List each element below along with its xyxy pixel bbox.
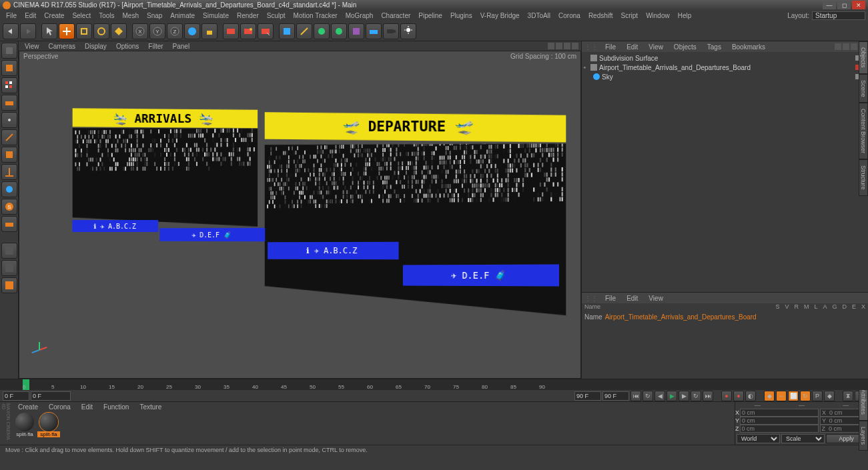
menu-3dtoall[interactable]: 3DToAll [524,12,554,19]
material-item[interactable]: split-fla [13,413,36,443]
interp-button[interactable]: ⧗ [843,391,853,401]
obj-menu-file[interactable]: File [602,43,619,51]
menu-help[interactable]: Help [675,12,695,19]
locked-workplane-button[interactable] [1,243,17,259]
light-button[interactable] [400,23,416,39]
minimize-button[interactable]: — [823,1,836,9]
key-rot-button[interactable]: ↻ [800,391,811,401]
generator2-button[interactable] [331,23,347,39]
menu-select[interactable]: Select [69,12,94,19]
tab-layers[interactable]: Layers [859,421,868,451]
tree-expand-icon[interactable]: + [583,65,588,71]
grip-icon[interactable]: ⋮⋮ [584,43,598,51]
workplane-button[interactable] [1,216,17,232]
record-button[interactable]: ● [721,391,732,401]
obj-menu-edit[interactable]: Edit [623,43,641,51]
vp-nav-icon[interactable] [548,43,554,49]
axis-y-toggle[interactable]: Y [149,23,165,39]
locked-tool[interactable] [201,23,218,39]
key-param-button[interactable]: P [812,391,823,401]
close-button[interactable]: ✕ [852,1,865,9]
menu-vray[interactable]: V-Ray Bridge [477,12,523,19]
generator-button[interactable] [314,23,330,39]
viewport-solo-button[interactable] [1,277,17,293]
play-forward-button[interactable]: ↻ [691,391,701,401]
goto-end-button[interactable]: ⏭ [703,391,713,401]
environment-button[interactable] [366,23,382,39]
menu-corona[interactable]: Corona [555,12,584,19]
tab-scene[interactable]: Scene [859,74,868,103]
redo-button[interactable] [20,23,36,39]
tab-structure[interactable]: Structure [859,159,868,196]
grip-icon[interactable]: ⋮⋮ [584,295,598,302]
polygon-mode-button[interactable] [1,147,17,163]
timeline-ruler[interactable]: 051015202530354045505560657075808590 [0,379,868,390]
obj-menu-tags[interactable]: Tags [704,43,725,51]
coord-system-toggle[interactable] [184,23,200,39]
tree-item-label[interactable]: Sky [602,73,853,81]
render-settings-button[interactable] [258,23,274,39]
tab-content-browser[interactable]: Content Browser [859,103,868,159]
select-tool[interactable] [41,23,57,39]
make-editable-button[interactable] [1,43,17,59]
menu-mograph[interactable]: MoGraph [342,12,377,19]
menu-animate[interactable]: Animate [167,12,198,19]
spline-pen-button[interactable] [296,23,312,39]
loop-button[interactable]: ↻ [642,391,653,401]
menu-edit[interactable]: Edit [21,12,39,19]
edge-mode-button[interactable] [1,129,17,145]
search-icon[interactable] [835,43,841,50]
material-item[interactable]: split-fla [37,413,60,443]
coord-system-dropdown[interactable]: World [737,434,780,443]
snap-button[interactable]: S [1,199,17,215]
camera-button[interactable] [383,23,399,39]
model-mode-button[interactable] [1,60,17,76]
menu-redshift[interactable]: Redshift [585,12,616,19]
menu-character[interactable]: Character [378,12,414,19]
menu-render[interactable]: Render [234,12,262,19]
timeline-preview-field[interactable] [602,391,629,401]
last-tool[interactable] [111,23,127,39]
obj-menu-objects[interactable]: Objects [671,43,700,51]
vp-menu-options[interactable]: Options [113,43,142,50]
mat-menu-create[interactable]: Create [15,403,41,411]
undo-button[interactable] [3,23,19,39]
menu-tools[interactable]: Tools [95,12,117,19]
material-list[interactable]: split-fla split-fla [12,411,735,445]
next-frame-button[interactable]: ▶ [679,391,689,401]
scale-tool[interactable] [76,23,92,39]
menu-script[interactable]: Script [618,12,642,19]
menu-motiontracker[interactable]: Motion Tracker [290,12,341,19]
rotate-tool[interactable] [93,23,109,39]
key-scale-button[interactable]: ⬜ [788,391,799,401]
key-mode-button[interactable]: ◆ [764,391,775,401]
mat-menu-texture[interactable]: Texture [136,403,165,411]
mat-menu-corona[interactable]: Corona [45,403,74,411]
menu-create[interactable]: Create [41,12,67,19]
planar-workplane-button[interactable] [1,260,17,276]
vp-menu-display[interactable]: Display [81,43,110,50]
menu-mesh[interactable]: Mesh [119,12,142,19]
mat-menu-edit[interactable]: Edit [78,403,96,411]
vp-menu-panel[interactable]: Panel [169,43,193,50]
axis-x-toggle[interactable]: X [132,23,148,39]
home-icon[interactable] [843,43,849,50]
axis-mode-button[interactable] [1,164,17,180]
attr-menu-view[interactable]: View [645,295,667,302]
primitive-cube-button[interactable] [279,23,295,39]
move-tool[interactable] [59,23,75,39]
mat-menu-function[interactable]: Function [100,403,132,411]
vp-nav-icon[interactable] [556,43,562,49]
render-view-button[interactable] [223,23,239,39]
tab-objects[interactable]: Objects [859,41,868,74]
prev-frame-button[interactable]: ◀ [655,391,665,401]
maximize-button[interactable]: ◻ [837,1,851,9]
workplane-mode-button[interactable] [1,95,17,111]
attr-menu-edit[interactable]: Edit [623,295,641,302]
render-picture-button[interactable] [240,23,256,39]
coord-x-pos[interactable] [740,409,819,417]
tweak-mode-button[interactable] [1,181,17,197]
vp-nav-icon[interactable] [572,43,578,49]
vp-menu-view[interactable]: View [21,43,43,50]
layout-dropdown[interactable]: Startup [812,11,865,20]
